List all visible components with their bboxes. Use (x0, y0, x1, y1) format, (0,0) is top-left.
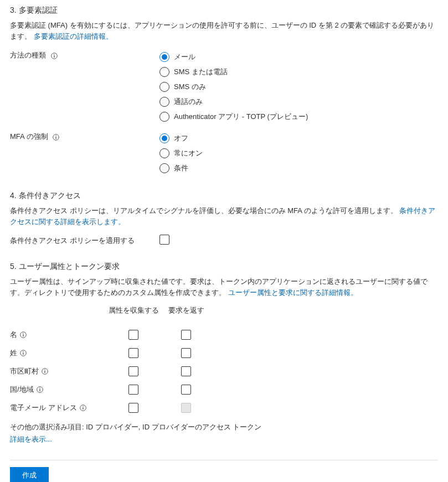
attribute-row: 姓 (10, 344, 438, 362)
svg-rect-2 (54, 55, 54, 58)
mfa-method-label: 方法の種類 (10, 49, 159, 60)
svg-point-10 (23, 351, 24, 352)
mfa-method-options: メールSMS または電話SMS のみ通話のみAuthenticator アプリ … (159, 49, 438, 124)
mfa-method-option[interactable]: メール (159, 49, 438, 64)
mfa-section: 3. 多要素認証 多要素認証 (MFA) を有効にするには、アプリケーションの使… (10, 6, 438, 175)
mfa-method-option[interactable]: SMS のみ (159, 79, 438, 94)
radio-label: 条件 (174, 163, 188, 173)
attribute-row: 国/地域 (10, 380, 438, 398)
show-more-row: 詳細を表示... (10, 434, 438, 444)
info-icon[interactable] (80, 405, 86, 411)
mfa-method-field: 方法の種類 メールSMS または電話SMS のみ通話のみAuthenticato… (10, 49, 438, 124)
svg-point-7 (23, 333, 24, 334)
info-icon[interactable] (53, 134, 59, 141)
create-button[interactable]: 作成 (10, 467, 49, 482)
mfa-enforce-option[interactable]: オフ (159, 131, 438, 146)
attrs-desc-text: ユーザー属性は、サインアップ時に収集された値です。要求は、トークン内のアプリケー… (10, 277, 428, 297)
svg-rect-17 (39, 389, 40, 391)
attribute-row: 電子メール アドレス (10, 398, 438, 417)
mfa-enforce-option[interactable]: 常にオン (159, 146, 438, 160)
user-attributes-section: 5. ユーザー属性とトークン要求 ユーザー属性は、サインアップ時に収集された値で… (10, 262, 438, 444)
svg-rect-5 (56, 137, 56, 139)
radio-label: Authenticator アプリ - TOTP (プレビュー) (174, 112, 308, 122)
ca-desc-text: 条件付きアクセス ポリシーは、リアルタイムでシグナルを評価し、必要な場合にのみ … (10, 206, 398, 215)
radio-label: オフ (174, 133, 188, 143)
mfa-description: 多要素認証 (MFA) を有効にするには、アプリケーションの使用を許可する前に、… (10, 20, 438, 42)
return-checkbox (181, 403, 191, 413)
attribute-label: 市区町村 (10, 366, 103, 376)
conditional-access-section: 4. 条件付きアクセス 条件付きアクセス ポリシーは、リアルタイムでシグナルを評… (10, 191, 438, 246)
attribute-label: 国/地域 (10, 385, 103, 395)
radio-label: メール (174, 52, 195, 62)
info-icon[interactable] (20, 350, 27, 356)
attrs-more-info-link[interactable]: ユーザー属性と要求に関する詳細情報。 (228, 288, 358, 297)
footer-bar: 作成 (10, 460, 438, 482)
show-more-link[interactable]: 詳細を表示... (10, 435, 52, 443)
mfa-enforce-label: MFA の強制 (10, 131, 159, 142)
collect-checkbox[interactable] (128, 348, 138, 358)
radio-icon (159, 133, 169, 143)
collect-checkbox[interactable] (128, 330, 138, 340)
radio-icon (159, 148, 169, 158)
svg-point-16 (39, 387, 40, 388)
ca-title: 4. 条件付きアクセス (10, 191, 438, 201)
attributes-header-row: 属性を収集する 要求を返す (10, 305, 438, 315)
attributes-table: 属性を収集する 要求を返す 名姓市区町村国/地域電子メール アドレス (10, 305, 438, 417)
attribute-row: 市区町村 (10, 362, 438, 380)
svg-point-4 (55, 135, 56, 136)
collect-checkbox[interactable] (128, 403, 138, 413)
ca-checkbox-label: 条件付きアクセス ポリシーを適用する (10, 235, 159, 246)
collect-column-header: 属性を収集する (103, 305, 164, 315)
radio-label: 常にオン (174, 148, 203, 158)
attribute-label: 電子メール アドレス (10, 403, 103, 413)
attrs-title: 5. ユーザー属性とトークン要求 (10, 262, 438, 272)
attribute-label: 名 (10, 330, 103, 340)
attrs-description: ユーザー属性は、サインアップ時に収集された値です。要求は、トークン内のアプリケー… (10, 276, 438, 298)
radio-icon (159, 112, 169, 122)
info-icon[interactable] (42, 368, 48, 375)
mfa-enforce-field: MFA の強制 オフ常にオン条件 (10, 131, 438, 175)
ca-apply-checkbox[interactable] (159, 235, 169, 245)
mfa-enforce-option[interactable]: 条件 (159, 160, 438, 175)
info-icon[interactable] (20, 331, 27, 338)
other-selected-items: その他の選択済み項目: ID プロバイダー, ID プロバイダーのアクセス トー… (10, 422, 438, 432)
mfa-method-option[interactable]: Authenticator アプリ - TOTP (プレビュー) (159, 109, 438, 124)
mfa-enforce-options: オフ常にオン条件 (159, 131, 438, 175)
mfa-more-info-link[interactable]: 多要素認証の詳細情報。 (34, 32, 113, 40)
radio-label: 通話のみ (174, 97, 203, 107)
info-icon[interactable] (51, 53, 58, 59)
svg-rect-8 (23, 334, 23, 336)
attribute-label: 姓 (10, 348, 103, 358)
radio-icon (159, 67, 169, 77)
info-icon[interactable] (37, 386, 43, 393)
radio-label: SMS のみ (174, 82, 206, 92)
mfa-method-option[interactable]: SMS または電話 (159, 64, 438, 79)
return-checkbox[interactable] (181, 385, 191, 395)
ca-description: 条件付きアクセス ポリシーは、リアルタイムでシグナルを評価し、必要な場合にのみ … (10, 205, 438, 227)
mfa-title: 3. 多要素認証 (10, 6, 438, 15)
ca-checkbox-field: 条件付きアクセス ポリシーを適用する (10, 235, 438, 246)
collect-checkbox[interactable] (128, 385, 138, 395)
return-checkbox[interactable] (181, 348, 191, 358)
svg-rect-20 (83, 407, 83, 410)
radio-icon (159, 163, 169, 173)
radio-icon (159, 97, 169, 107)
return-checkbox[interactable] (181, 330, 191, 340)
collect-checkbox[interactable] (128, 366, 138, 376)
svg-point-13 (44, 369, 45, 370)
svg-rect-14 (44, 371, 45, 373)
radio-label: SMS または電話 (174, 67, 228, 77)
return-column-header: 要求を返す (164, 305, 208, 315)
svg-rect-11 (23, 353, 23, 355)
radio-icon (159, 82, 169, 92)
radio-icon (159, 52, 169, 62)
svg-point-1 (54, 54, 55, 55)
return-checkbox[interactable] (181, 366, 191, 376)
attribute-row: 名 (10, 325, 438, 344)
svg-point-19 (83, 406, 84, 407)
mfa-method-option[interactable]: 通話のみ (159, 94, 438, 109)
